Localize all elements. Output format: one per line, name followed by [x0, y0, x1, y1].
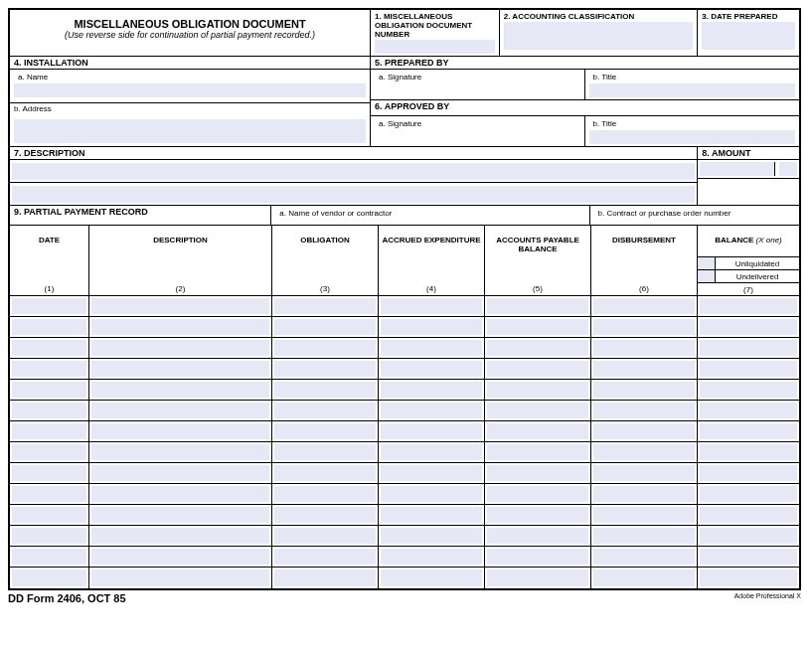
table-cell-input[interactable] — [274, 549, 376, 565]
table-cell-input[interactable] — [12, 465, 86, 481]
table-cell-input[interactable] — [593, 298, 695, 314]
table-cell-input[interactable] — [12, 319, 86, 335]
table-cell-input[interactable] — [381, 298, 482, 314]
table-cell-input[interactable] — [12, 361, 86, 377]
table-cell-input[interactable] — [487, 382, 588, 398]
table-cell-input[interactable] — [91, 569, 269, 586]
table-cell-input[interactable] — [381, 507, 482, 523]
table-cell-input[interactable] — [274, 507, 376, 523]
table-cell-input[interactable] — [12, 549, 86, 565]
table-cell-input[interactable] — [700, 444, 797, 460]
table-cell-input[interactable] — [593, 444, 695, 460]
table-cell-input[interactable] — [487, 528, 588, 544]
table-cell-input[interactable] — [487, 549, 588, 565]
table-cell-input[interactable] — [700, 423, 797, 439]
description-input-1[interactable] — [12, 163, 695, 180]
table-cell-input[interactable] — [700, 403, 797, 418]
table-cell-input[interactable] — [12, 298, 86, 314]
table-cell-input[interactable] — [12, 528, 86, 544]
table-cell-input[interactable] — [487, 507, 588, 523]
table-cell-input[interactable] — [381, 382, 482, 398]
table-cell-input[interactable] — [12, 507, 86, 523]
table-cell-input[interactable] — [91, 423, 269, 439]
table-cell-input[interactable] — [274, 528, 376, 544]
table-cell-input[interactable] — [700, 549, 797, 565]
table-cell-input[interactable] — [274, 444, 376, 460]
table-cell-input[interactable] — [274, 382, 376, 398]
table-cell-input[interactable] — [274, 423, 376, 439]
table-cell-input[interactable] — [593, 382, 695, 398]
table-cell-input[interactable] — [12, 340, 86, 356]
balance-unliquidated-checkbox[interactable] — [698, 257, 716, 269]
table-cell-input[interactable] — [700, 569, 797, 586]
table-cell-input[interactable] — [381, 319, 482, 335]
table-cell-input[interactable] — [91, 319, 269, 335]
table-cell-input[interactable] — [12, 403, 86, 418]
table-cell-input[interactable] — [91, 528, 269, 544]
table-cell-input[interactable] — [91, 465, 269, 481]
table-cell-input[interactable] — [274, 465, 376, 481]
table-cell-input[interactable] — [274, 361, 376, 377]
table-cell-input[interactable] — [381, 486, 482, 502]
table-cell-input[interactable] — [487, 569, 588, 586]
table-cell-input[interactable] — [12, 423, 86, 439]
date-prepared-input[interactable] — [702, 22, 795, 50]
table-cell-input[interactable] — [700, 319, 797, 335]
table-cell-input[interactable] — [487, 465, 588, 481]
table-cell-input[interactable] — [381, 423, 482, 439]
table-cell-input[interactable] — [700, 340, 797, 356]
table-cell-input[interactable] — [593, 528, 695, 544]
table-cell-input[interactable] — [91, 403, 269, 418]
table-cell-input[interactable] — [381, 569, 482, 586]
accounting-input[interactable] — [504, 22, 694, 50]
table-cell-input[interactable] — [487, 423, 588, 439]
table-cell-input[interactable] — [593, 340, 695, 356]
table-cell-input[interactable] — [593, 549, 695, 565]
table-cell-input[interactable] — [91, 444, 269, 460]
table-cell-input[interactable] — [381, 340, 482, 356]
table-cell-input[interactable] — [12, 569, 86, 586]
table-cell-input[interactable] — [593, 569, 695, 586]
table-cell-input[interactable] — [700, 298, 797, 314]
table-cell-input[interactable] — [274, 340, 376, 356]
table-cell-input[interactable] — [593, 319, 695, 335]
table-cell-input[interactable] — [700, 528, 797, 544]
table-cell-input[interactable] — [274, 486, 376, 502]
balance-undelivered-checkbox[interactable] — [698, 270, 716, 282]
table-cell-input[interactable] — [487, 340, 588, 356]
table-cell-input[interactable] — [12, 382, 86, 398]
table-cell-input[interactable] — [700, 486, 797, 502]
table-cell-input[interactable] — [381, 549, 482, 565]
table-cell-input[interactable] — [91, 486, 269, 502]
table-cell-input[interactable] — [593, 423, 695, 439]
table-cell-input[interactable] — [274, 569, 376, 586]
table-cell-input[interactable] — [274, 298, 376, 314]
table-cell-input[interactable] — [700, 361, 797, 377]
table-cell-input[interactable] — [487, 486, 588, 502]
doc-number-input[interactable] — [375, 40, 495, 54]
table-cell-input[interactable] — [593, 361, 695, 377]
table-cell-input[interactable] — [91, 361, 269, 377]
table-cell-input[interactable] — [91, 298, 269, 314]
table-cell-input[interactable] — [274, 403, 376, 418]
table-cell-input[interactable] — [487, 319, 588, 335]
table-cell-input[interactable] — [487, 444, 588, 460]
installation-address-input[interactable] — [14, 119, 366, 143]
table-cell-input[interactable] — [700, 465, 797, 481]
table-cell-input[interactable] — [381, 444, 482, 460]
table-cell-input[interactable] — [381, 465, 482, 481]
table-cell-input[interactable] — [91, 382, 269, 398]
approved-title-input[interactable] — [589, 130, 795, 144]
prepared-title-input[interactable] — [589, 83, 795, 97]
table-cell-input[interactable] — [12, 444, 86, 460]
table-cell-input[interactable] — [381, 528, 482, 544]
table-cell-input[interactable] — [593, 507, 695, 523]
amount-input-1a[interactable] — [700, 162, 775, 176]
table-cell-input[interactable] — [91, 340, 269, 356]
table-cell-input[interactable] — [487, 298, 588, 314]
table-cell-input[interactable] — [487, 403, 588, 418]
table-cell-input[interactable] — [700, 507, 797, 523]
table-cell-input[interactable] — [91, 507, 269, 523]
table-cell-input[interactable] — [274, 319, 376, 335]
table-cell-input[interactable] — [700, 382, 797, 398]
